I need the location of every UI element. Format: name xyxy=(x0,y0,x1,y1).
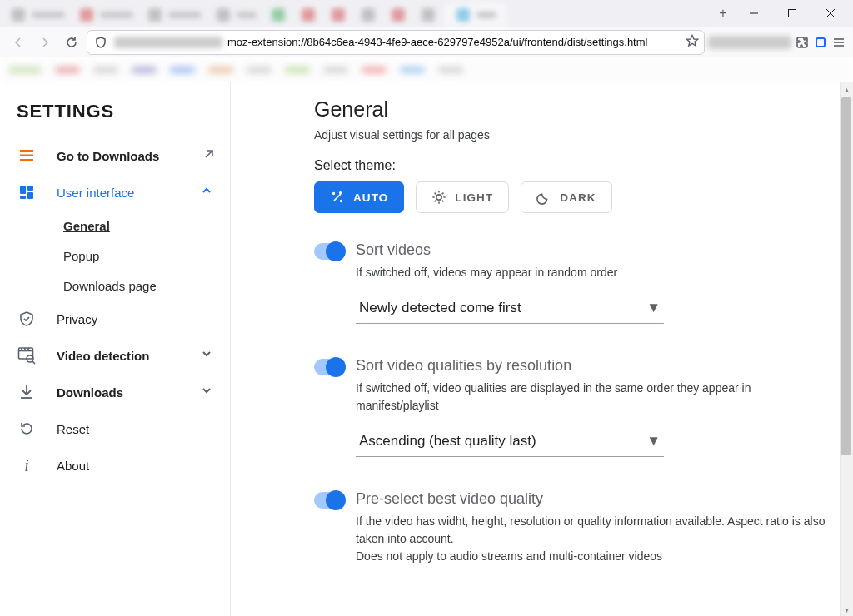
extensions-puzzle-icon[interactable] xyxy=(795,35,810,50)
option-preselect-best: Pre-select best video quality If the vid… xyxy=(314,490,828,577)
svg-rect-11 xyxy=(20,159,33,161)
site-identity-blurred xyxy=(114,37,222,48)
reset-icon xyxy=(17,420,37,437)
page-content: SETTINGS Go to Downloads User interface … xyxy=(0,82,853,616)
list-icon xyxy=(17,147,37,164)
select-value: Ascending (best quality last) xyxy=(359,433,536,450)
sidebar-item-video-detection[interactable]: Video detection xyxy=(0,337,230,374)
theme-label-text: DARK xyxy=(560,191,596,204)
theme-dark-button[interactable]: DARK xyxy=(521,181,611,213)
settings-heading: SETTINGS xyxy=(0,101,230,122)
toolbar-extensions-blurred xyxy=(708,36,791,49)
chevron-down-icon xyxy=(200,347,215,364)
option-title: Pre-select best video quality xyxy=(356,490,828,508)
theme-button-group: AUTO LIGHT DARK xyxy=(314,181,828,213)
svg-rect-12 xyxy=(20,186,26,194)
sun-icon xyxy=(431,190,446,205)
content-scrollbar[interactable]: ▴ ▾ xyxy=(840,82,853,616)
sub-label: Downloads page xyxy=(63,279,157,293)
option-sort-qualities: Sort video qualities by resolution If sw… xyxy=(314,357,828,457)
url-bar[interactable]: moz-extension://8b64c6ea-4943-4fe9-aece-… xyxy=(87,30,705,55)
svg-line-36 xyxy=(442,193,444,195)
theme-light-button[interactable]: LIGHT xyxy=(416,181,509,213)
sidebar-item-privacy[interactable]: Privacy xyxy=(0,301,230,337)
nav-label: Video detection xyxy=(57,349,180,363)
nav-label: Reset xyxy=(57,422,215,436)
reload-button[interactable] xyxy=(60,31,83,54)
svg-rect-16 xyxy=(19,348,33,359)
titlebar: + xyxy=(0,0,853,27)
sidebar-sub-popup[interactable]: Popup xyxy=(0,241,230,271)
select-sort-videos-order[interactable]: Newly detected come first ▼ xyxy=(356,293,664,324)
dropdown-caret-icon: ▼ xyxy=(646,433,661,450)
url-text: moz-extension://8b64c6ea-4943-4fe9-aece-… xyxy=(227,36,647,48)
scroll-up-arrow[interactable]: ▴ xyxy=(841,82,853,96)
bookmarks-bar-blurred xyxy=(0,57,853,82)
svg-rect-1 xyxy=(789,10,796,17)
sidebar-sub-downloads-page[interactable]: Downloads page xyxy=(0,271,230,301)
moon-icon xyxy=(536,190,551,205)
shield-icon xyxy=(17,310,37,327)
sidebar-sub-general[interactable]: General xyxy=(0,211,230,241)
svg-point-25 xyxy=(333,193,335,195)
nav-label: Downloads xyxy=(57,385,180,400)
svg-line-33 xyxy=(435,193,436,195)
scroll-thumb[interactable] xyxy=(841,97,851,455)
window-close-button[interactable] xyxy=(811,0,850,27)
option-desc: If the video has widht, height, resoluti… xyxy=(356,513,828,565)
svg-marker-4 xyxy=(686,35,697,46)
select-value: Newly detected come first xyxy=(359,300,521,316)
download-icon xyxy=(17,384,37,400)
svg-line-35 xyxy=(435,201,436,202)
video-search-icon xyxy=(17,346,37,365)
scroll-down-arrow[interactable]: ▾ xyxy=(841,603,853,616)
window-maximize-button[interactable] xyxy=(773,0,811,27)
app-menu-button[interactable] xyxy=(831,35,846,50)
nav-label: Go to Downloads xyxy=(57,149,183,163)
toggle-preselect-best[interactable] xyxy=(314,492,344,509)
sub-label: Popup xyxy=(63,249,99,263)
svg-point-28 xyxy=(436,195,441,200)
window-minimize-button[interactable] xyxy=(735,0,773,27)
svg-rect-9 xyxy=(20,150,33,152)
info-icon: i xyxy=(17,456,37,475)
sidebar-item-user-interface[interactable]: User interface xyxy=(0,174,230,211)
tabstrip-blurred xyxy=(0,0,711,27)
external-link-icon xyxy=(203,148,215,163)
chevron-up-icon xyxy=(200,184,215,201)
nav-toolbar: moz-extension://8b64c6ea-4943-4fe9-aece-… xyxy=(0,27,853,57)
sub-label: General xyxy=(63,219,110,233)
theme-auto-button[interactable]: AUTO xyxy=(314,181,404,213)
svg-rect-10 xyxy=(20,155,33,157)
svg-rect-15 xyxy=(27,192,33,199)
option-desc: If switched off, video qualities are dis… xyxy=(356,380,828,415)
option-sort-videos: Sort videos If switched off, videos may … xyxy=(314,241,828,324)
sidebar-item-downloads[interactable]: Downloads xyxy=(0,374,230,410)
back-button[interactable] xyxy=(7,31,30,54)
nav-label: User interface xyxy=(57,186,180,200)
forward-button[interactable] xyxy=(33,31,57,54)
svg-point-27 xyxy=(340,192,342,194)
toggle-sort-videos[interactable] xyxy=(314,243,344,260)
sidebar-item-go-to-downloads[interactable]: Go to Downloads xyxy=(0,137,230,174)
sidebar-item-reset[interactable]: Reset xyxy=(0,410,230,447)
chevron-down-icon xyxy=(200,384,215,400)
bookmark-star-icon[interactable] xyxy=(686,34,699,51)
auto-theme-icon xyxy=(330,190,345,205)
toggle-sort-qualities[interactable] xyxy=(314,359,344,375)
app-extension-icon[interactable] xyxy=(813,35,828,50)
svg-line-22 xyxy=(32,361,35,364)
sidebar-item-about[interactable]: i About xyxy=(0,447,230,484)
svg-rect-5 xyxy=(816,38,825,47)
svg-line-34 xyxy=(442,201,444,202)
settings-sidebar: SETTINGS Go to Downloads User interface … xyxy=(0,82,231,616)
svg-rect-14 xyxy=(20,196,26,199)
new-tab-button[interactable]: + xyxy=(711,0,735,27)
theme-label-text: AUTO xyxy=(353,191,388,204)
theme-label: Select theme: xyxy=(314,158,828,173)
page-subtitle: Adjust visual settings for all pages xyxy=(314,128,828,142)
site-identity-icon[interactable] xyxy=(92,34,109,51)
select-quality-order[interactable]: Ascending (best quality last) ▼ xyxy=(356,426,664,457)
dashboard-icon xyxy=(17,184,37,201)
dropdown-caret-icon: ▼ xyxy=(646,300,661,316)
